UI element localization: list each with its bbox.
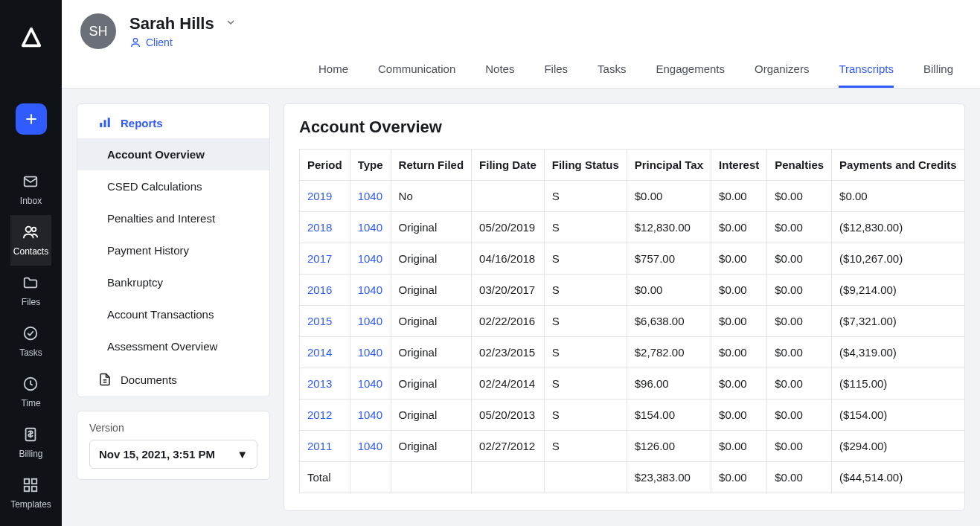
link-cell[interactable]: 1040: [350, 181, 391, 212]
tab-billing[interactable]: Billing: [923, 62, 953, 88]
cell: $0.00: [711, 181, 767, 212]
tab-communication[interactable]: Communication: [378, 62, 455, 88]
rail-item-tasks[interactable]: Tasks: [10, 316, 51, 367]
cell: $0.00: [711, 337, 767, 368]
table-row: 20151040Original02/22/2016S$6,638.00$0.0…: [300, 306, 965, 337]
cell: ($154.00): [832, 400, 965, 431]
cell: S: [544, 431, 627, 462]
sidebar-item-assessment-overview[interactable]: Assessment Overview: [77, 330, 269, 362]
reports-heading[interactable]: Reports: [77, 104, 269, 138]
svg-rect-6: [25, 479, 29, 484]
link-cell[interactable]: 1040: [350, 275, 391, 306]
cell: 05/20/2013: [472, 400, 545, 431]
rail-item-time[interactable]: Time: [10, 367, 51, 417]
col-type[interactable]: Type: [350, 150, 391, 181]
rail-item-templates[interactable]: Templates: [10, 468, 51, 519]
link-cell[interactable]: 1040: [350, 212, 391, 243]
cell: S: [544, 400, 627, 431]
cell: Total: [300, 462, 350, 493]
cell: ($44,514.00): [832, 462, 965, 493]
documents-label: Documents: [121, 373, 177, 386]
version-card: Version Nov 15, 2021, 3:51 PM ▼: [77, 411, 270, 480]
cell: S: [544, 275, 627, 306]
col-penalties[interactable]: Penalties: [767, 150, 832, 181]
link-cell[interactable]: 2014: [300, 337, 350, 368]
col-return-filed[interactable]: Return Filed: [391, 150, 472, 181]
link-cell[interactable]: 2012: [300, 400, 350, 431]
rail-item-label: Time: [21, 398, 40, 408]
rail-item-inbox[interactable]: Inbox: [10, 164, 51, 215]
link-cell[interactable]: 2018: [300, 212, 350, 243]
svg-point-2: [32, 228, 36, 232]
link-cell[interactable]: 1040: [350, 400, 391, 431]
tab-transcripts[interactable]: Transcripts: [839, 62, 894, 88]
rail-item-files[interactable]: Files: [10, 266, 51, 316]
link-cell[interactable]: 1040: [350, 243, 391, 275]
rail-item-label: Files: [22, 297, 40, 307]
cell: S: [544, 368, 627, 400]
tab-home[interactable]: Home: [318, 62, 348, 88]
link-cell[interactable]: 1040: [350, 368, 391, 400]
add-button[interactable]: [16, 103, 47, 135]
link-cell[interactable]: 2013: [300, 368, 350, 400]
sidebar-item-account-transactions[interactable]: Account Transactions: [77, 298, 269, 330]
col-interest[interactable]: Interest: [711, 150, 767, 181]
cell: $0.00: [767, 275, 832, 306]
cell: [350, 462, 391, 493]
cell: Original: [391, 243, 472, 275]
cell: Original: [391, 212, 472, 243]
side-panel: Reports Account OverviewCSED Calculation…: [77, 103, 270, 511]
col-filing-status[interactable]: Filing Status: [544, 150, 627, 181]
cell: $0.00: [627, 181, 711, 212]
left-rail: InboxContactsFilesTasksTimeBillingTempla…: [0, 0, 62, 526]
cell: $0.00: [767, 212, 832, 243]
cell: 02/24/2014: [472, 368, 545, 400]
sidebar-item-penalties-and-interest[interactable]: Penalties and Interest: [77, 202, 269, 234]
chevron-down-icon[interactable]: [225, 16, 237, 31]
client-type: Client: [129, 36, 237, 48]
cell: $0.00: [767, 368, 832, 400]
rail-item-billing[interactable]: Billing: [10, 417, 51, 468]
tab-engagements[interactable]: Engagements: [656, 62, 725, 88]
version-select[interactable]: Nov 15, 2021, 3:51 PM ▼: [89, 440, 257, 469]
link-cell[interactable]: 1040: [350, 337, 391, 368]
cell: ($4,319.00): [832, 337, 965, 368]
rail-item-label: Templates: [10, 499, 51, 510]
rail-item-label: Inbox: [20, 196, 42, 206]
sidebar-item-csed-calculations[interactable]: CSED Calculations: [77, 170, 269, 202]
cell: $23,383.00: [627, 462, 711, 493]
link-cell[interactable]: 2019: [300, 181, 350, 212]
table-row: 20171040Original04/16/2018S$757.00$0.00$…: [300, 243, 965, 275]
link-cell[interactable]: 2016: [300, 275, 350, 306]
sidebar-item-bankruptcy[interactable]: Bankruptcy: [77, 266, 269, 298]
client-name: Sarah Hills: [129, 14, 214, 33]
sidebar-item-payment-history[interactable]: Payment History: [77, 234, 269, 266]
col-filing-date[interactable]: Filing Date: [472, 150, 545, 181]
sidebar-item-account-overview[interactable]: Account Overview: [77, 138, 269, 170]
tab-tasks[interactable]: Tasks: [598, 62, 626, 88]
tab-files[interactable]: Files: [544, 62, 568, 88]
avatar: SH: [80, 13, 116, 49]
tab-notes[interactable]: Notes: [485, 62, 514, 88]
link-cell[interactable]: 2015: [300, 306, 350, 337]
rail-item-label: Billing: [19, 449, 42, 459]
cell: S: [544, 243, 627, 275]
link-cell[interactable]: 2017: [300, 243, 350, 275]
dollar-icon: [22, 426, 39, 445]
col-payments-and-credits[interactable]: Payments and Credits: [832, 150, 965, 181]
tab-organizers[interactable]: Organizers: [755, 62, 809, 88]
link-cell[interactable]: 2011: [300, 431, 350, 462]
cell: Original: [391, 337, 472, 368]
cell: $0.00: [767, 243, 832, 275]
col-principal-tax[interactable]: Principal Tax: [627, 150, 711, 181]
grid-icon: [22, 477, 39, 495]
sidebar-item-documents[interactable]: Documents: [77, 362, 269, 397]
cell: $126.00: [627, 431, 711, 462]
table-row: 20191040NoS$0.00$0.00$0.00$0.00: [300, 181, 965, 212]
col-period[interactable]: Period: [300, 150, 350, 181]
link-cell[interactable]: 1040: [350, 306, 391, 337]
link-cell[interactable]: 1040: [350, 431, 391, 462]
rail-item-contacts[interactable]: Contacts: [10, 215, 51, 266]
cell: $0.00: [711, 243, 767, 275]
cell: ($115.00): [832, 368, 965, 400]
